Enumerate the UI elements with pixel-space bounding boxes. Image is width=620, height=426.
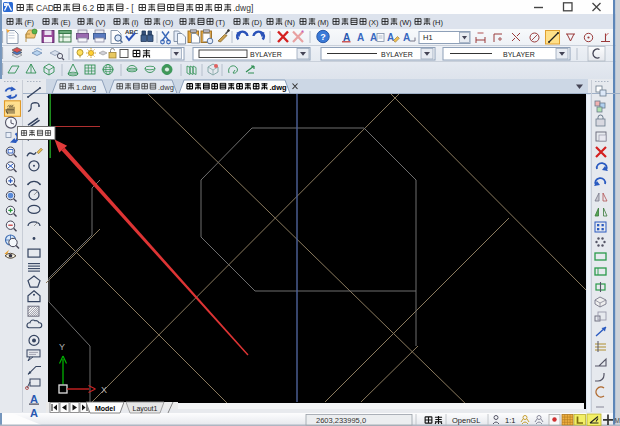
svg-text:(H): (H): [433, 18, 444, 27]
svg-text:- [: - [: [126, 3, 134, 13]
svg-text:(X): (X): [369, 18, 380, 27]
svg-text:.dwg: .dwg: [158, 83, 174, 92]
svg-text:2603,233995,0: 2603,233995,0: [316, 416, 366, 425]
svg-text:A: A: [30, 407, 38, 419]
svg-text:A: A: [30, 393, 38, 405]
svg-text:OpenGL: OpenGL: [452, 416, 480, 425]
svg-text:1:1: 1:1: [505, 416, 515, 425]
svg-text:(M): (M): [318, 18, 330, 27]
svg-text:BYLAYER: BYLAYER: [250, 51, 282, 58]
svg-text:BYLAYER: BYLAYER: [503, 51, 535, 58]
svg-text:(V): (V): [96, 18, 107, 27]
svg-text:CAD: CAD: [36, 3, 54, 13]
svg-text:(D): (D): [252, 18, 263, 27]
svg-text:Layout1: Layout1: [133, 405, 158, 413]
svg-text:Model: Model: [95, 405, 115, 412]
svg-text:M: M: [615, 417, 620, 424]
svg-text:H1: H1: [423, 33, 433, 42]
svg-text:.dwg]: .dwg]: [233, 3, 253, 13]
svg-text:A: A: [370, 32, 377, 43]
svg-text:A: A: [357, 32, 364, 43]
svg-text:(F): (F): [25, 18, 35, 27]
svg-text:(E): (E): [61, 18, 72, 27]
svg-text:*: *: [301, 28, 304, 37]
svg-text:A: A: [387, 32, 394, 43]
svg-text:1.dwg: 1.dwg: [76, 83, 96, 92]
svg-text:A: A: [343, 32, 350, 43]
svg-text:BYLAYER: BYLAYER: [381, 51, 413, 58]
svg-text:A: A: [403, 32, 410, 43]
svg-text:ABC: ABC: [125, 29, 139, 35]
svg-text:.dwg: .dwg: [270, 83, 287, 92]
svg-text:?: ?: [320, 32, 326, 42]
svg-text:Y: Y: [59, 342, 65, 352]
svg-text:6.2: 6.2: [83, 3, 95, 13]
svg-text:(N): (N): [285, 18, 296, 27]
svg-text:(W): (W): [400, 18, 413, 27]
svg-text:(O): (O): [163, 18, 174, 27]
svg-text:(T): (T): [216, 18, 226, 27]
svg-text:(I): (I): [132, 18, 140, 27]
svg-text:X: X: [101, 385, 107, 395]
